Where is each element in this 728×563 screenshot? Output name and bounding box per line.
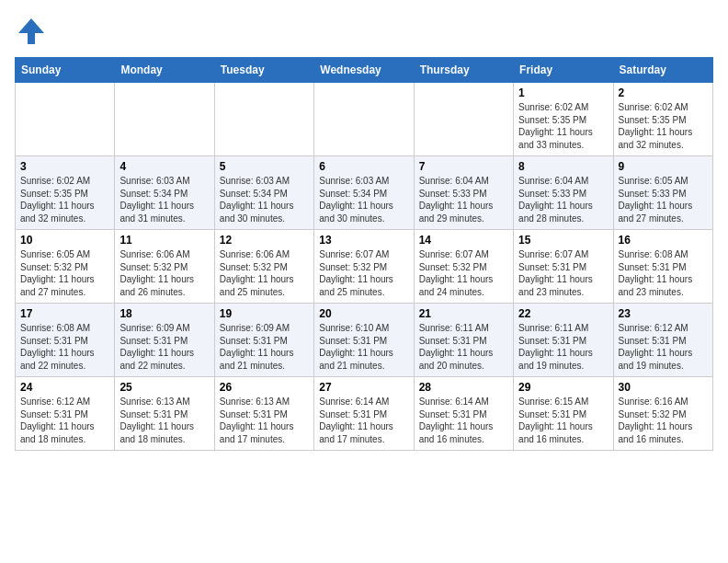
calendar-cell: 28Sunrise: 6:14 AM Sunset: 5:31 PM Dayli… — [414, 377, 513, 451]
calendar-cell: 9Sunrise: 6:05 AM Sunset: 5:33 PM Daylig… — [613, 156, 712, 230]
day-number: 27 — [319, 381, 408, 394]
calendar-cell: 18Sunrise: 6:09 AM Sunset: 5:31 PM Dayli… — [115, 304, 214, 377]
day-header-friday: Friday — [514, 58, 613, 83]
calendar-cell — [414, 83, 513, 156]
calendar-cell: 14Sunrise: 6:07 AM Sunset: 5:32 PM Dayli… — [414, 230, 513, 304]
day-header-thursday: Thursday — [414, 58, 513, 83]
day-number: 16 — [619, 234, 708, 247]
calendar-week-row: 24Sunrise: 6:12 AM Sunset: 5:31 PM Dayli… — [16, 377, 713, 451]
day-info: Sunrise: 6:12 AM Sunset: 5:31 PM Dayligh… — [20, 396, 109, 445]
calendar-cell — [115, 83, 214, 156]
day-info: Sunrise: 6:08 AM Sunset: 5:31 PM Dayligh… — [619, 248, 708, 298]
day-number: 12 — [220, 234, 309, 247]
day-header-sunday: Sunday — [16, 58, 115, 83]
day-header-tuesday: Tuesday — [214, 58, 313, 83]
calendar-cell: 25Sunrise: 6:13 AM Sunset: 5:31 PM Dayli… — [115, 377, 214, 451]
day-number: 13 — [319, 234, 408, 247]
day-number: 1 — [518, 86, 608, 99]
calendar-cell: 10Sunrise: 6:05 AM Sunset: 5:32 PM Dayli… — [16, 230, 115, 304]
day-info: Sunrise: 6:09 AM Sunset: 5:31 PM Dayligh… — [220, 322, 309, 372]
calendar-cell: 24Sunrise: 6:12 AM Sunset: 5:31 PM Dayli… — [16, 377, 115, 451]
day-header-monday: Monday — [115, 58, 214, 83]
calendar-week-row: 3Sunrise: 6:02 AM Sunset: 5:35 PM Daylig… — [16, 156, 713, 230]
calendar-cell: 1Sunrise: 6:02 AM Sunset: 5:35 PM Daylig… — [514, 83, 613, 156]
day-number: 22 — [518, 307, 608, 320]
calendar-cell — [16, 83, 115, 156]
calendar-cell: 16Sunrise: 6:08 AM Sunset: 5:31 PM Dayli… — [613, 230, 712, 304]
day-number: 4 — [119, 160, 209, 173]
day-number: 10 — [20, 234, 109, 247]
calendar-cell — [314, 83, 414, 156]
day-number: 17 — [20, 307, 109, 320]
day-info: Sunrise: 6:13 AM Sunset: 5:31 PM Dayligh… — [119, 396, 209, 445]
calendar-cell: 4Sunrise: 6:03 AM Sunset: 5:34 PM Daylig… — [115, 156, 214, 230]
calendar-cell: 12Sunrise: 6:06 AM Sunset: 5:32 PM Dayli… — [214, 230, 313, 304]
day-number: 30 — [619, 381, 708, 394]
day-number: 7 — [419, 160, 508, 173]
day-number: 29 — [518, 381, 608, 394]
day-number: 26 — [220, 381, 309, 394]
day-info: Sunrise: 6:02 AM Sunset: 5:35 PM Dayligh… — [20, 175, 109, 224]
calendar-cell: 30Sunrise: 6:16 AM Sunset: 5:32 PM Dayli… — [613, 377, 712, 451]
day-info: Sunrise: 6:03 AM Sunset: 5:34 PM Dayligh… — [220, 175, 309, 224]
day-info: Sunrise: 6:03 AM Sunset: 5:34 PM Dayligh… — [319, 175, 408, 224]
day-number: 15 — [518, 234, 608, 247]
day-info: Sunrise: 6:16 AM Sunset: 5:32 PM Dayligh… — [619, 396, 708, 445]
day-info: Sunrise: 6:06 AM Sunset: 5:32 PM Dayligh… — [119, 248, 209, 298]
calendar-cell: 3Sunrise: 6:02 AM Sunset: 5:35 PM Daylig… — [16, 156, 115, 230]
day-number: 21 — [419, 307, 508, 320]
calendar-week-row: 17Sunrise: 6:08 AM Sunset: 5:31 PM Dayli… — [16, 304, 713, 377]
day-number: 2 — [619, 86, 708, 99]
day-info: Sunrise: 6:05 AM Sunset: 5:33 PM Dayligh… — [619, 175, 708, 224]
day-info: Sunrise: 6:06 AM Sunset: 5:32 PM Dayligh… — [220, 248, 309, 298]
day-info: Sunrise: 6:05 AM Sunset: 5:32 PM Dayligh… — [20, 248, 109, 298]
day-info: Sunrise: 6:11 AM Sunset: 5:31 PM Dayligh… — [419, 322, 508, 372]
page-header — [15, 15, 713, 48]
day-info: Sunrise: 6:10 AM Sunset: 5:31 PM Dayligh… — [319, 322, 408, 372]
day-number: 24 — [20, 381, 109, 394]
calendar-header-row: SundayMondayTuesdayWednesdayThursdayFrid… — [16, 58, 713, 83]
day-info: Sunrise: 6:03 AM Sunset: 5:34 PM Dayligh… — [119, 175, 209, 224]
day-info: Sunrise: 6:08 AM Sunset: 5:31 PM Dayligh… — [20, 322, 109, 372]
calendar-cell: 13Sunrise: 6:07 AM Sunset: 5:32 PM Dayli… — [314, 230, 414, 304]
calendar-cell: 2Sunrise: 6:02 AM Sunset: 5:35 PM Daylig… — [613, 83, 712, 156]
logo-icon — [15, 15, 48, 48]
calendar-cell: 20Sunrise: 6:10 AM Sunset: 5:31 PM Dayli… — [314, 304, 414, 377]
calendar-cell: 21Sunrise: 6:11 AM Sunset: 5:31 PM Dayli… — [414, 304, 513, 377]
day-number: 28 — [419, 381, 508, 394]
day-info: Sunrise: 6:14 AM Sunset: 5:31 PM Dayligh… — [319, 396, 408, 445]
day-info: Sunrise: 6:02 AM Sunset: 5:35 PM Dayligh… — [619, 101, 708, 151]
calendar-cell: 19Sunrise: 6:09 AM Sunset: 5:31 PM Dayli… — [214, 304, 313, 377]
calendar-cell: 7Sunrise: 6:04 AM Sunset: 5:33 PM Daylig… — [414, 156, 513, 230]
day-info: Sunrise: 6:11 AM Sunset: 5:31 PM Dayligh… — [518, 322, 608, 372]
day-info: Sunrise: 6:12 AM Sunset: 5:31 PM Dayligh… — [619, 322, 708, 372]
svg-marker-1 — [18, 18, 44, 44]
day-info: Sunrise: 6:04 AM Sunset: 5:33 PM Dayligh… — [518, 175, 608, 224]
calendar-cell: 11Sunrise: 6:06 AM Sunset: 5:32 PM Dayli… — [115, 230, 214, 304]
calendar-week-row: 10Sunrise: 6:05 AM Sunset: 5:32 PM Dayli… — [16, 230, 713, 304]
logo — [15, 15, 51, 48]
calendar-cell: 23Sunrise: 6:12 AM Sunset: 5:31 PM Dayli… — [613, 304, 712, 377]
day-number: 14 — [419, 234, 508, 247]
day-info: Sunrise: 6:07 AM Sunset: 5:32 PM Dayligh… — [319, 248, 408, 298]
calendar-cell: 22Sunrise: 6:11 AM Sunset: 5:31 PM Dayli… — [514, 304, 613, 377]
day-info: Sunrise: 6:13 AM Sunset: 5:31 PM Dayligh… — [220, 396, 309, 445]
calendar-cell: 29Sunrise: 6:15 AM Sunset: 5:31 PM Dayli… — [514, 377, 613, 451]
calendar-cell: 26Sunrise: 6:13 AM Sunset: 5:31 PM Dayli… — [214, 377, 313, 451]
calendar-cell: 27Sunrise: 6:14 AM Sunset: 5:31 PM Dayli… — [314, 377, 414, 451]
calendar-cell — [214, 83, 313, 156]
day-info: Sunrise: 6:14 AM Sunset: 5:31 PM Dayligh… — [419, 396, 508, 445]
calendar-cell: 17Sunrise: 6:08 AM Sunset: 5:31 PM Dayli… — [16, 304, 115, 377]
calendar-cell: 5Sunrise: 6:03 AM Sunset: 5:34 PM Daylig… — [214, 156, 313, 230]
calendar-table: SundayMondayTuesdayWednesdayThursdayFrid… — [15, 57, 713, 451]
day-header-wednesday: Wednesday — [314, 58, 414, 83]
calendar-cell: 6Sunrise: 6:03 AM Sunset: 5:34 PM Daylig… — [314, 156, 414, 230]
calendar-week-row: 1Sunrise: 6:02 AM Sunset: 5:35 PM Daylig… — [16, 83, 713, 156]
day-header-saturday: Saturday — [613, 58, 712, 83]
day-number: 5 — [220, 160, 309, 173]
day-info: Sunrise: 6:04 AM Sunset: 5:33 PM Dayligh… — [419, 175, 508, 224]
day-info: Sunrise: 6:07 AM Sunset: 5:32 PM Dayligh… — [419, 248, 508, 298]
day-info: Sunrise: 6:02 AM Sunset: 5:35 PM Dayligh… — [518, 101, 608, 151]
day-number: 11 — [119, 234, 209, 247]
day-number: 18 — [119, 307, 209, 320]
